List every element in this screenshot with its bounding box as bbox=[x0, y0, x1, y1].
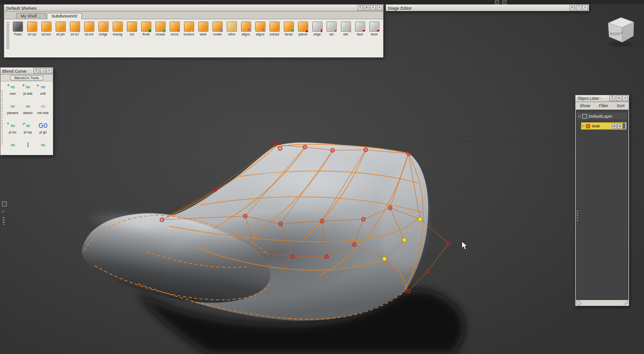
shelf-tool-aligns[interactable]: ↻aligns bbox=[253, 22, 267, 36]
shelf-tool-sd-cyl[interactable]: sd cyl bbox=[25, 22, 39, 36]
stage-editor-titlebar[interactable]: Stage Editor ≡▽× bbox=[386, 5, 589, 11]
cv-point[interactable] bbox=[303, 145, 307, 149]
window-control-button[interactable]: ⇕ bbox=[610, 96, 615, 101]
shelf-tool-sd-tor[interactable]: ◎sd tor bbox=[68, 22, 82, 36]
expand-arrow-icon[interactable]: ▷ bbox=[2, 210, 8, 213]
shelves-titlebar[interactable]: Default Shelves ⇕≡∧× bbox=[4, 5, 383, 11]
blend-tool-partial[interactable]: I bbox=[20, 141, 35, 155]
blend-tool-pt-loc[interactable]: ≈•pt loc bbox=[5, 121, 20, 141]
blend-tool-partial[interactable]: ≈ bbox=[5, 141, 20, 155]
window-control-button[interactable]: ◁ bbox=[40, 68, 46, 74]
cv-point[interactable] bbox=[352, 243, 356, 246]
shelf-tool-edge[interactable]: ▮edge bbox=[310, 22, 324, 36]
window-control-button[interactable]: ⇕ bbox=[34, 68, 39, 74]
cv-point[interactable] bbox=[364, 148, 368, 152]
panel-toggle-icon[interactable] bbox=[2, 201, 7, 206]
cv-point[interactable] bbox=[243, 214, 247, 218]
cv-point[interactable] bbox=[279, 222, 282, 226]
shelf-tool-bevel[interactable]: ▰bevel bbox=[282, 22, 296, 36]
maximize-icon[interactable] bbox=[502, 0, 506, 4]
shelf-tool-extract[interactable]: extract bbox=[267, 22, 282, 36]
shelf-tool-fhole[interactable]: ●fhole bbox=[139, 22, 153, 36]
object-row-seat[interactable]: ▷seat▪▪ bbox=[581, 122, 627, 130]
cv-point[interactable] bbox=[291, 255, 294, 258]
blend-tool-detach[interactable]: ≈detach bbox=[20, 102, 35, 121]
shelf-tool-slfe[interactable]: ▯slfe bbox=[339, 22, 353, 36]
layer-visibility-checkbox[interactable] bbox=[582, 114, 587, 119]
tab-blendcrv-tools[interactable]: BlendCrv Tools bbox=[10, 75, 43, 80]
selected-cv-point[interactable] bbox=[402, 238, 407, 242]
selected-cv-point[interactable] bbox=[418, 217, 422, 222]
window-control-button[interactable]: × bbox=[46, 68, 52, 74]
shelf-tool-crease[interactable]: ●crease bbox=[153, 22, 167, 36]
window-control-button[interactable]: ≡ bbox=[616, 96, 621, 101]
window-control-button[interactable]: ⇕ bbox=[357, 5, 363, 11]
shelf-tool-unwld[interactable]: ⇅unwld bbox=[210, 22, 224, 36]
cv-point[interactable] bbox=[325, 255, 328, 258]
cv-point[interactable] bbox=[274, 142, 278, 146]
layer-row-defaultlayer[interactable]: ▷DefaultLayer bbox=[577, 113, 627, 120]
cv-point[interactable] bbox=[388, 206, 392, 210]
shelf-tool-planar[interactable]: ▲planar bbox=[296, 22, 310, 36]
shelf-tool-facel[interactable]: ▰facel bbox=[367, 22, 381, 36]
cv-point[interactable] bbox=[407, 152, 410, 155]
window-control-button[interactable]: ≡ bbox=[569, 5, 575, 11]
menu-sort[interactable]: Sort bbox=[616, 103, 626, 108]
window-control-button[interactable]: ∧ bbox=[370, 5, 376, 11]
info-icon[interactable]: i bbox=[576, 301, 581, 305]
blend-tool-pt-g0[interactable]: G0pt g0 bbox=[35, 121, 51, 141]
cv-point[interactable] bbox=[278, 147, 282, 150]
minimize-icon[interactable] bbox=[495, 0, 499, 4]
menu-filter[interactable]: Filter bbox=[598, 103, 609, 108]
shelf-tool-sel[interactable]: ▸sel bbox=[324, 22, 339, 36]
cv-point[interactable] bbox=[320, 219, 324, 223]
blend-grip[interactable] bbox=[1, 91, 3, 146]
shelf-tool-insedg[interactable]: insedg bbox=[110, 22, 125, 36]
shelf-tool-sd-box[interactable]: sd box bbox=[39, 22, 53, 36]
panel-grip[interactable] bbox=[3, 217, 5, 225]
shelf-tool-trash[interactable]: Trash bbox=[11, 22, 25, 36]
resize-handle[interactable] bbox=[623, 301, 628, 305]
expand-arrow-icon[interactable]: ▷ bbox=[582, 124, 585, 128]
cv-point[interactable] bbox=[362, 217, 365, 221]
window-control-button[interactable]: × bbox=[622, 96, 628, 101]
tab-my-shelf[interactable]: My Shelf ... bbox=[16, 13, 46, 19]
object-row-button[interactable]: ▪ bbox=[612, 124, 617, 129]
tab-subdivision-2[interactable]: Subdivision#2 bbox=[47, 13, 82, 19]
cv-point[interactable] bbox=[160, 218, 164, 222]
shelf-tool-cut[interactable]: ▸cut bbox=[125, 22, 139, 36]
shelf-tool-alignc[interactable]: ↻alignc bbox=[239, 22, 253, 36]
shelf-tool-uncrs[interactable]: ×uncrs bbox=[167, 22, 182, 36]
window-control-button[interactable]: ≡ bbox=[364, 5, 369, 11]
shelf-tool-brdge[interactable]: brdge bbox=[96, 22, 110, 36]
selected-cv-point[interactable] bbox=[383, 257, 387, 261]
blend-tool-planariz[interactable]: ≈planariz bbox=[5, 102, 20, 121]
blend-tool-edit[interactable]: ≈▸edit bbox=[35, 83, 51, 102]
shelf-tool-face[interactable]: ▰face bbox=[353, 22, 367, 36]
blend-tool-new[interactable]: ≈+new bbox=[5, 83, 20, 102]
blend-tool-mk-mstr[interactable]: ≈mk mstr bbox=[35, 102, 51, 121]
shelf-tool-sd-ext[interactable]: sd ext bbox=[82, 22, 96, 36]
window-control-button[interactable]: ▽ bbox=[576, 5, 581, 11]
blend-titlebar[interactable]: Blend Curve ⇕◁× bbox=[0, 68, 53, 74]
cv-point[interactable] bbox=[213, 188, 217, 192]
blend-tool-pt-add[interactable]: ≈+pt add bbox=[20, 83, 35, 102]
shelf-tool-refrm[interactable]: refrm bbox=[224, 22, 239, 36]
blend-tool-partial[interactable]: ≈ bbox=[35, 141, 51, 155]
shelf-tool-modcrs[interactable]: ×modcrs bbox=[182, 22, 196, 36]
shelf-tool-weld[interactable]: weld bbox=[196, 22, 210, 36]
cv-point[interactable] bbox=[331, 148, 334, 152]
shelf-tool-sd-pln[interactable]: sd pln bbox=[53, 22, 68, 36]
shelf-grip[interactable] bbox=[6, 22, 9, 49]
expand-arrow-icon[interactable]: ▷ bbox=[579, 114, 581, 118]
cv-point[interactable] bbox=[447, 241, 450, 245]
blend-tool-pt-ray[interactable]: ≈↗pt ray bbox=[20, 121, 35, 141]
seat-model[interactable] bbox=[82, 143, 429, 320]
object-lister-titlebar[interactable]: Object Lister - ⇕≡× bbox=[575, 95, 629, 102]
cv-point[interactable] bbox=[426, 269, 430, 273]
window-control-button[interactable]: × bbox=[582, 5, 588, 11]
lister-grip[interactable] bbox=[577, 211, 578, 222]
window-control-button[interactable]: × bbox=[377, 5, 382, 11]
cv-point[interactable] bbox=[407, 289, 410, 293]
view-cube[interactable]: RIGHT bbox=[603, 13, 639, 50]
